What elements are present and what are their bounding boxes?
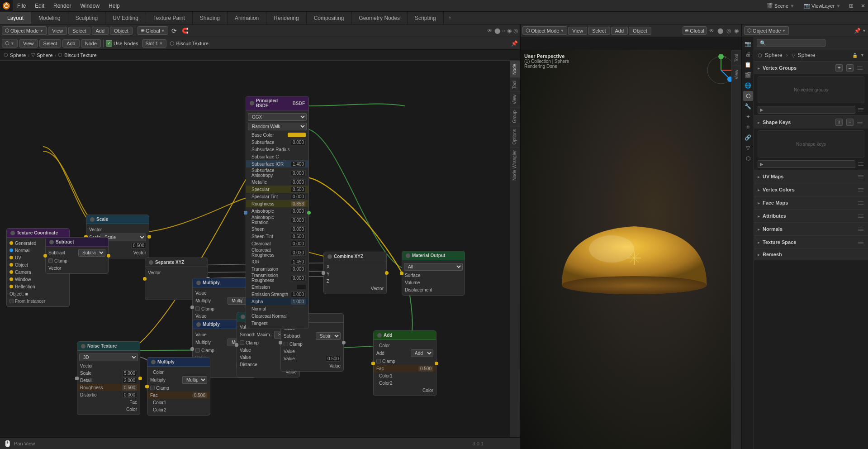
tab-shading[interactable]: Shading [193,12,228,24]
node-view-btn[interactable]: View [19,39,38,48]
prop-icon-constraints[interactable]: 🔗 [743,133,753,143]
viewport-shading-material[interactable]: ◎ [513,28,518,34]
section-header-vertex-groups[interactable]: ▸ Vertex Groups + – [754,62,868,74]
node-tab-group[interactable]: Group [510,107,520,126]
viewlayer-selector[interactable]: 📷 ViewLayer ▼ [800,3,844,9]
vp-tab-view[interactable]: View [732,66,741,83]
node-canvas[interactable]: Texture Coordinate Generated Normal UV [0,61,520,437]
vp-overlay-btn[interactable]: 👁 [708,28,715,34]
vp-transform-orient[interactable]: ⊕ Global [683,26,707,35]
menu-render[interactable]: Render [49,0,76,11]
section-header-shape-keys[interactable]: ▸ Shape Keys + – [754,116,868,129]
section-header-vertex-colors[interactable]: ▸ Vertex Colors [754,183,868,196]
prop-icon-world[interactable]: 🌐 [743,81,753,91]
multiply3-dropdown[interactable]: Multiply [182,376,207,384]
tab-compositing[interactable]: Compositing [307,12,352,24]
viewport-shading-wireframe[interactable]: ○ [502,28,505,34]
slot-selector[interactable]: Slot 1 ▼ [142,39,166,48]
prop-pin-btn[interactable]: 📌 [854,28,861,34]
prop-search-input[interactable] [757,39,825,47]
editor-type-selector[interactable]: ⬡ Object Mode ▼ [2,26,47,35]
vg-remove-btn[interactable]: – [846,64,854,72]
sk-add-btn[interactable]: + [835,119,843,126]
vg-add-btn[interactable]: + [835,64,843,72]
node-editor-type[interactable]: ⬡ ▼ [2,39,18,48]
section-header-normals[interactable]: ▸ Normals [754,223,868,235]
node-header-multiply3[interactable]: Multiply [147,358,210,367]
prop-icon-output[interactable]: 🖨 [743,49,753,59]
tab-sculpting[interactable]: Sculpting [68,12,105,24]
vp-shading-solid[interactable]: ⬤ [716,28,724,34]
node-tab-tool[interactable]: Tool [510,77,520,91]
transform-pivot[interactable]: ⟳ [170,26,179,35]
section-header-uv-maps[interactable]: ▸ UV Maps [754,170,868,183]
prop-icon-data[interactable]: ▽ [743,143,753,153]
prop-icon-view-layer[interactable]: 📋 [743,60,753,70]
prop-expand-btn[interactable]: ▼ [862,29,866,33]
overlay-btn[interactable]: 👁 [487,28,493,34]
bsdf-sss-select[interactable]: Random Walk [248,123,307,130]
vp-select-btn[interactable]: Select [588,27,610,35]
add-workspace-btn[interactable]: + [444,12,456,24]
object-btn[interactable]: Object [110,27,133,35]
prop-icon-modifier[interactable]: 🔧 [743,101,753,111]
node-tab-options[interactable]: Options [510,126,520,147]
node-header-combine-xyz[interactable]: Combine XYZ [324,252,386,261]
material-output-dropdown[interactable]: All [404,263,463,271]
vp-mode-selector[interactable]: ⬡ Object Mode ▼ [522,26,567,35]
transform-orientation[interactable]: ⊕ Global ▼ [138,26,168,35]
menu-edit[interactable]: Edit [30,0,49,11]
node-tab-view[interactable]: View [510,91,520,107]
scene-selector[interactable]: 🎬 Scene ▼ [763,3,798,9]
noise-3d-select[interactable]: 3D [79,353,138,361]
menu-help[interactable]: Help [104,0,124,11]
prop-editor-type[interactable]: ⬡ Object Mode ▼ [744,26,789,35]
close-btn[interactable]: ✕ [858,3,868,9]
tab-rendering[interactable]: Rendering [266,12,306,24]
prop-icon-physics[interactable]: ⚛ [743,122,753,132]
sk-list[interactable]: No shape keys [758,130,864,158]
prop-icon-particles[interactable]: ✦ [743,112,753,122]
node-header-noise-texture[interactable]: Noise Texture [77,342,140,351]
prop-icon-render[interactable]: 📷 [743,39,753,49]
vp-tab-tool[interactable]: Tool [732,50,741,66]
vg-play-btn[interactable]: ▶ [758,106,855,114]
node-header-subtract1[interactable]: Subtract [46,238,108,247]
node-header-separate-xyz[interactable]: Separate XYZ [145,258,208,267]
prop-icon-scene[interactable]: 🎬 [743,70,753,80]
vp-view-btn[interactable]: View [568,27,587,35]
fullscreen-btn[interactable]: ⊞ [846,3,856,9]
sk-remove-btn[interactable]: – [846,119,854,126]
vp-add-btn[interactable]: Add [611,27,628,35]
node-select-btn[interactable]: Select [39,39,62,48]
add-btn[interactable]: Add [92,27,109,35]
viewport-shading-rendered[interactable]: ◉ [507,28,512,34]
section-header-face-maps[interactable]: ▸ Face Maps [754,196,868,209]
prop-icon-object[interactable]: ⬡ [743,91,753,101]
view-btn[interactable]: View [48,27,67,35]
bsdf-ggx-select[interactable]: GGX [248,113,307,121]
viewport-shading-solid[interactable]: ⬤ [494,28,500,34]
vp-shading-render[interactable]: ◉ [733,28,740,34]
vp-object-btn[interactable]: Object [629,27,651,35]
section-header-attributes[interactable]: ▸ Attributes [754,210,868,222]
menu-file[interactable]: File [13,0,30,11]
node-header-add[interactable]: Add [374,331,436,340]
vg-list[interactable]: No vertex groups [758,76,864,103]
tab-layout[interactable]: Layout [0,12,31,24]
node-header-scale[interactable]: Scale [86,215,149,224]
node-tab-wrangler[interactable]: Node Wrangler [510,147,520,183]
sk-play-btn[interactable]: ▶ [758,160,855,168]
tab-texture-paint[interactable]: Texture Paint [146,12,193,24]
menu-window[interactable]: Window [76,0,104,11]
snap-toggle[interactable]: 🧲 [180,27,190,35]
node-header-texture-coordinate[interactable]: Texture Coordinate [7,229,69,238]
select-btn[interactable]: Select [68,27,90,35]
use-nodes-toggle[interactable]: ✓ Use Nodes [106,40,138,47]
tab-modeling[interactable]: Modeling [31,12,68,24]
section-header-texture-space[interactable]: ▸ Texture Space [754,236,868,248]
node-tab-node[interactable]: Node [510,61,520,77]
pin-btn[interactable]: 📌 [511,40,518,47]
tab-uv-editing[interactable]: UV Editing [105,12,146,24]
prop-expand-arrow[interactable]: ▼ [860,53,864,57]
